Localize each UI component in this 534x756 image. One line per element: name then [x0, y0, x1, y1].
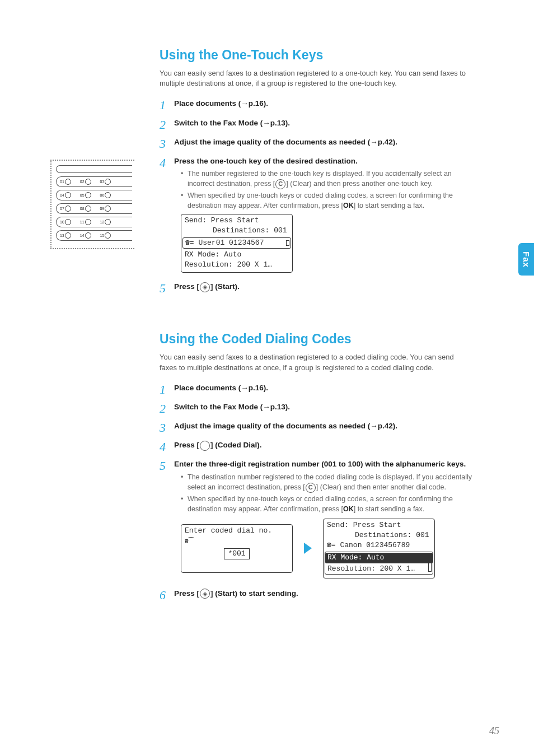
step-bullet: The destination number registered to the… — [181, 472, 473, 493]
step-number: 1 — [160, 383, 174, 396]
keypad-row: 04 05 06 — [56, 190, 132, 200]
lcd-line: Send: Press Start — [327, 521, 401, 529]
section-title-coded: Using the Coded Dialing Codes — [160, 332, 473, 347]
lcd-screen: Send: Press Start Destinations: 001 ☎= U… — [181, 214, 293, 273]
lcd-line: Send: Press Start — [185, 216, 259, 225]
lcd-screen-left: Enter coded dial no. ☎⁀ *001 — [181, 524, 293, 573]
step-title: Press the one-touch key of the desired d… — [174, 156, 473, 166]
clear-icon: C — [306, 483, 316, 493]
lcd-line: Destinations: 001 — [185, 226, 289, 236]
lcd-line: Resolution: 200 X 1… — [185, 260, 272, 269]
arrow-right-icon — [304, 543, 312, 554]
page-number: 45 — [489, 725, 499, 737]
key-05: 05 — [80, 192, 91, 198]
step-number: 2 — [160, 118, 174, 132]
key-14: 14 — [80, 232, 91, 239]
step-title: Enter the three-digit registration numbe… — [174, 459, 473, 469]
key-07: 07 — [60, 206, 71, 212]
coded-dial-icon — [200, 441, 210, 451]
step-number: 2 — [160, 402, 174, 416]
lcd-highlight: ☎= User01 01234567 — [182, 237, 291, 249]
key-08: 08 — [80, 206, 91, 212]
step-number: 6 — [160, 589, 174, 602]
keypad-row: 01 02 03 — [56, 176, 132, 187]
key-02: 02 — [80, 179, 91, 185]
lcd-line: RX Mode: Auto — [325, 553, 433, 563]
section-title-onetouch: Using the One-Touch Keys — [160, 48, 473, 63]
key-15: 15 — [100, 232, 111, 239]
key-09: 09 — [100, 206, 111, 212]
section-intro: You can easily send faxes to a destinati… — [160, 352, 473, 372]
step-title: Place documents (→p.16). — [174, 99, 473, 109]
section-intro: You can easily send faxes to a destinati… — [160, 68, 473, 88]
lcd-line: Resolution: 200 X 1… — [327, 564, 415, 573]
step-bullet: When specified by one-touch keys or code… — [181, 494, 473, 514]
key-06: 06 — [100, 192, 111, 198]
step-number: 4 — [160, 156, 174, 276]
key-10: 10 — [60, 219, 71, 225]
lcd-line: Destinations: 001 — [327, 530, 431, 540]
phone-icon: ☎⁀ — [185, 537, 194, 545]
side-tab-fax: Fax — [518, 243, 534, 276]
scrollbar-icon — [286, 240, 289, 246]
step-title: Adjust the image quality of the document… — [174, 421, 473, 431]
keypad-row: 07 08 09 — [56, 203, 132, 214]
step-number: 5 — [160, 282, 174, 295]
lcd-input: *001 — [224, 548, 249, 559]
step-number: 1 — [160, 99, 174, 112]
key-13: 13 — [60, 232, 71, 239]
step-title: Switch to the Fax Mode (→p.13). — [174, 118, 473, 128]
step-title: Place documents (→p.16). — [174, 383, 473, 393]
side-tab-label: Fax — [522, 251, 531, 268]
lcd-highlight: RX Mode: Auto Resolution: 200 X 1… — [325, 552, 433, 574]
key-03: 03 — [100, 179, 111, 185]
step-title: Press [◈] (Start). — [174, 282, 473, 292]
lcd-line: RX Mode: Auto — [185, 250, 241, 259]
step-title: Press [◈] (Start) to start sending. — [174, 589, 473, 599]
key-01: 01 — [60, 179, 71, 185]
start-icon: ◈ — [200, 282, 210, 292]
start-icon: ◈ — [200, 589, 210, 599]
lcd-line: ☎= User01 01234567 — [185, 239, 264, 247]
one-touch-keypad-figure: 01 02 03 04 05 06 07 08 09 10 11 12 13 1 — [50, 160, 134, 249]
step-title: Switch to the Fax Mode (→p.13). — [174, 402, 473, 412]
scrollbar-icon — [428, 554, 432, 571]
lcd-line: Enter coded dial no. — [185, 526, 272, 535]
step-bullet: The number registered to the one-touch k… — [181, 169, 473, 189]
step-number: 4 — [160, 440, 174, 454]
step-number: 5 — [160, 459, 174, 582]
keypad-row: 10 11 12 — [56, 217, 132, 227]
lcd-screen-right: Send: Press Start Destinations: 001 ☎= C… — [323, 519, 435, 578]
key-12: 12 — [100, 219, 111, 225]
keypad-row: 13 14 15 — [56, 230, 132, 241]
clear-icon: C — [275, 179, 285, 189]
lcd-line: ☎= Canon 0123456789 — [327, 541, 410, 549]
step-title: Press [ ] (Coded Dial). — [174, 440, 473, 450]
step-bullet: When specified by one-touch keys or code… — [181, 190, 473, 211]
step-number: 3 — [160, 421, 174, 435]
key-11: 11 — [80, 219, 91, 225]
key-04: 04 — [60, 192, 71, 198]
step-number: 3 — [160, 137, 174, 151]
step-title: Adjust the image quality of the document… — [174, 137, 473, 147]
